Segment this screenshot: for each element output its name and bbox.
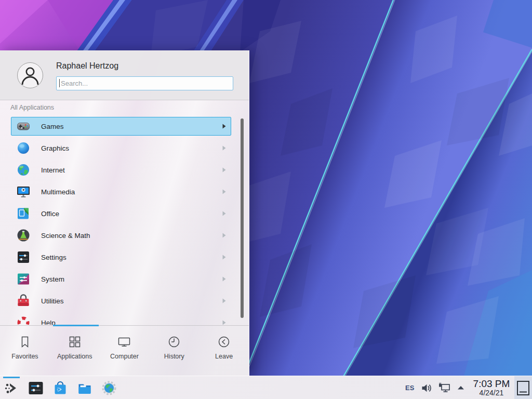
category-row-settings[interactable]: Settings xyxy=(11,248,231,267)
tab-label: Computer xyxy=(110,353,139,360)
chevron-right-icon xyxy=(222,276,226,282)
documents-icon xyxy=(17,207,30,220)
volume-icon[interactable] xyxy=(420,382,433,394)
taskbar: ES xyxy=(0,376,532,399)
chevron-right-icon xyxy=(222,320,226,325)
bookmark-icon xyxy=(18,335,32,349)
text-caret xyxy=(59,79,60,87)
chevron-right-icon xyxy=(222,298,226,303)
category-row-games[interactable]: Games xyxy=(11,117,231,136)
system-settings-button[interactable] xyxy=(28,379,44,397)
category-label: Internet xyxy=(41,166,222,174)
tab-label: History xyxy=(164,353,184,360)
clock-widget[interactable]: 7:03 PM 4/24/21 xyxy=(471,379,512,397)
kickoff-icon xyxy=(4,380,19,396)
user-avatar[interactable] xyxy=(17,62,43,88)
clock-time: 7:03 PM xyxy=(471,379,512,389)
system-tray: ES xyxy=(400,376,532,399)
tab-label: Leave xyxy=(215,353,233,360)
category-label: Multimedia xyxy=(41,188,222,196)
chevron-right-icon xyxy=(222,233,226,238)
leave-icon xyxy=(217,335,231,349)
file-manager-button[interactable] xyxy=(76,379,93,397)
user-avatar-icon xyxy=(18,63,42,87)
user-name: Raphael Hertzog xyxy=(56,61,118,71)
settings-dark-icon xyxy=(28,380,44,396)
globe-icon xyxy=(17,163,30,177)
list-scrollbar[interactable] xyxy=(241,118,244,318)
category-row-office[interactable]: Office xyxy=(11,204,231,223)
launcher-header: Raphael Hertzog xyxy=(0,50,249,100)
tab-favorites[interactable]: Favorites xyxy=(0,326,50,376)
category-row-utilities[interactable]: Utilities xyxy=(11,291,231,310)
tab-computer[interactable]: Computer xyxy=(100,326,150,376)
chevron-right-icon xyxy=(222,189,226,194)
category-row-graphics[interactable]: Graphics xyxy=(11,139,231,157)
discover-bag-icon xyxy=(52,380,68,396)
taskbar-launchers xyxy=(3,376,117,399)
category-label: Games xyxy=(41,123,222,130)
tab-label: Applications xyxy=(57,353,92,360)
tab-leave[interactable]: Leave xyxy=(199,326,249,376)
category-label: Utilities xyxy=(41,297,222,305)
category-row-multimedia[interactable]: Multimedia xyxy=(11,182,231,201)
category-label: Science & Math xyxy=(41,232,222,240)
chevron-right-icon xyxy=(222,255,226,260)
show-desktop-button[interactable] xyxy=(514,376,532,399)
active-launcher-indicator xyxy=(3,377,20,378)
launcher-tabbar: Favorites Applications Computer xyxy=(0,326,249,376)
application-launcher-menu: Raphael Hertzog All Applications Games xyxy=(0,50,249,376)
category-row-system[interactable]: System xyxy=(11,270,231,288)
chevron-right-icon xyxy=(222,211,226,216)
discover-button[interactable] xyxy=(52,379,69,397)
tab-applications[interactable]: Applications xyxy=(50,326,100,376)
show-desktop-icon xyxy=(516,380,530,396)
app-launcher-button[interactable] xyxy=(3,379,20,397)
tab-label: Favorites xyxy=(11,353,38,360)
search-input[interactable] xyxy=(56,76,233,90)
computer-icon xyxy=(117,335,131,349)
category-label: Graphics xyxy=(41,144,222,152)
clock-date: 4/24/21 xyxy=(471,389,512,397)
desktop: Raphael Hertzog All Applications Games xyxy=(0,0,532,399)
monitor-play-icon xyxy=(17,185,30,198)
chevron-right-icon xyxy=(222,124,226,129)
web-browser-button[interactable] xyxy=(101,379,117,397)
category-label: Settings xyxy=(41,254,222,261)
grid-icon xyxy=(68,335,82,349)
category-label: System xyxy=(41,275,222,283)
globe-gear-icon xyxy=(101,380,117,396)
category-row-science-math[interactable]: Science & Math xyxy=(11,226,231,245)
category-label: Office xyxy=(41,210,222,218)
clock-icon xyxy=(167,335,181,349)
system-sliders-icon xyxy=(17,272,30,286)
chevron-right-icon xyxy=(222,167,226,172)
network-icon[interactable] xyxy=(438,382,451,394)
keyboard-layout-indicator[interactable]: ES xyxy=(405,384,414,392)
toolbox-icon xyxy=(17,294,30,308)
gamepad-icon xyxy=(17,119,30,133)
sphere-icon xyxy=(17,141,30,155)
expand-tray-caret-icon[interactable] xyxy=(457,385,464,390)
folder-icon xyxy=(77,380,92,396)
flask-icon xyxy=(17,229,30,242)
section-label-all-applications: All Applications xyxy=(10,104,54,111)
tab-history[interactable]: History xyxy=(149,326,199,376)
sliders-icon xyxy=(17,250,30,264)
chevron-right-icon xyxy=(222,145,226,151)
category-row-internet[interactable]: Internet xyxy=(11,161,231,179)
